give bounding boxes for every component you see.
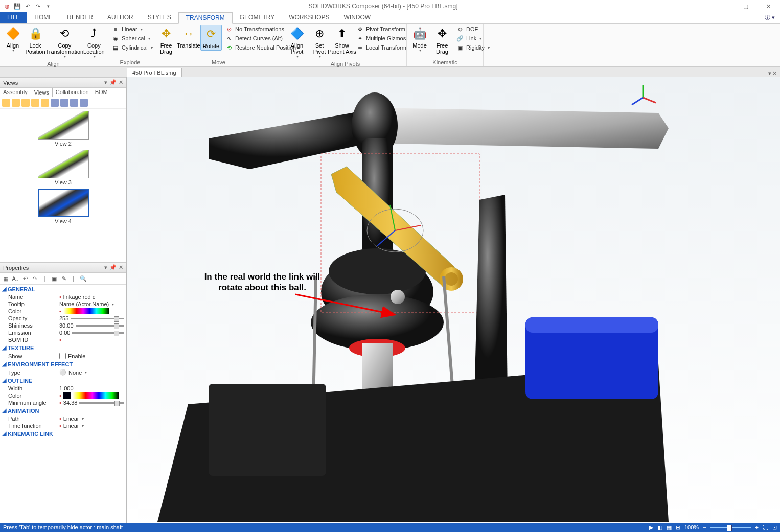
views-tool-icon[interactable] <box>31 99 39 107</box>
tab-styles[interactable]: STYLES <box>141 12 178 23</box>
status-icon[interactable]: ⛶ <box>763 524 768 530</box>
save-icon[interactable]: 💾 <box>13 2 21 10</box>
local-transform-button[interactable]: ⬌Local Transform <box>354 43 408 52</box>
panel-pin-icon[interactable]: 📌 <box>109 79 117 86</box>
rotate-button[interactable]: ⟳Rotate <box>200 25 222 51</box>
prop-tool-icon[interactable]: A↓ <box>11 274 19 283</box>
views-tool-icon[interactable] <box>51 99 59 107</box>
document-tab[interactable]: 450 Pro FBL.smg <box>127 68 182 77</box>
tab-home[interactable]: HOME <box>27 12 60 23</box>
prop-emission-field[interactable]: 0.00 <box>59 330 124 336</box>
tab-window[interactable]: WINDOW <box>337 12 378 23</box>
section-outline[interactable]: ◢ OUTLINE <box>0 376 126 385</box>
tab-geometry[interactable]: GEOMETRY <box>233 12 282 23</box>
explode-cylindrical-button[interactable]: ⬓Cylindrical <box>109 43 155 52</box>
set-pivot-button[interactable]: ⊕Set Pivot <box>309 25 330 60</box>
prop-tool-icon[interactable]: ▣ <box>50 274 58 283</box>
prop-shininess-field[interactable]: 30.00 <box>59 322 124 329</box>
kin-free-drag-button[interactable]: ✥Free Drag <box>431 25 453 56</box>
zoom-in-button[interactable]: + <box>755 524 759 530</box>
section-texture[interactable]: ◢ TEXTURE <box>0 343 126 352</box>
panel-close-icon[interactable]: ✕ <box>119 79 123 86</box>
lock-position-button[interactable]: 🔒Lock Position <box>25 25 46 56</box>
prop-name-field[interactable]: •linkage rod c <box>59 294 124 300</box>
views-tool-icon[interactable] <box>41 99 49 107</box>
views-tool-icon[interactable] <box>60 99 68 107</box>
pivot-transform-button[interactable]: ✥Pivot Transform <box>354 25 408 34</box>
align-pivot-button[interactable]: 🔷Align Pivot <box>286 25 308 60</box>
qat-dropdown-icon[interactable]: ▾ <box>44 2 52 10</box>
viewport-3d[interactable]: In the real world the link will rotate a… <box>127 77 780 523</box>
views-tab-collaboration[interactable]: Collaboration <box>53 88 92 97</box>
zoom-slider[interactable] <box>710 527 751 528</box>
panel-pin-icon[interactable]: 📌 <box>109 264 117 271</box>
close-button[interactable]: ✕ <box>757 0 780 12</box>
status-icon[interactable]: ◧ <box>657 524 662 531</box>
ribbon-help-icon[interactable]: ⓘ ▾ <box>760 12 780 23</box>
prop-show-field[interactable]: Enable <box>59 353 124 359</box>
prop-path-field[interactable]: •Linear <box>59 415 124 422</box>
tab-close-icon[interactable]: ✕ <box>772 70 777 77</box>
mode-button[interactable]: 🤖Mode <box>409 25 430 54</box>
tab-render[interactable]: RENDER <box>60 12 100 23</box>
align-button[interactable]: 🔶Align <box>2 25 24 54</box>
multiple-gizmos-button[interactable]: ✦Multiple Gizmos <box>354 34 408 43</box>
panel-close-icon[interactable]: ✕ <box>119 264 123 271</box>
prop-width-field[interactable]: 1.000 <box>59 385 124 391</box>
status-icon[interactable]: ▦ <box>667 524 672 531</box>
prop-tool-icon[interactable]: ↶ <box>21 274 29 283</box>
rigidity-button[interactable]: ▣Rigidity <box>454 43 492 52</box>
views-tool-icon[interactable] <box>2 99 10 107</box>
section-kinematic-link[interactable]: ◢ KINEMATIC LINK <box>0 429 126 438</box>
views-tool-icon[interactable] <box>21 99 30 107</box>
prop-ocolor-field[interactable]: • <box>59 392 124 399</box>
view-item[interactable]: View 2 <box>2 111 124 147</box>
minimize-button[interactable]: — <box>711 0 734 12</box>
panel-options-icon[interactable]: ▾ <box>104 264 107 271</box>
status-icon[interactable]: ⊞ <box>676 524 680 531</box>
view-item[interactable]: View 3 <box>2 150 124 186</box>
copy-location-button[interactable]: ⤴Copy Location <box>83 25 105 60</box>
tab-workshops[interactable]: WORKSHOPS <box>282 12 336 23</box>
views-tab-bom[interactable]: BOM <box>92 88 111 97</box>
view-item[interactable]: View 4 <box>2 189 124 224</box>
free-drag-button[interactable]: ✥Free Drag <box>155 25 177 56</box>
tab-transform[interactable]: TRANSFORM <box>178 12 233 24</box>
undo-icon[interactable]: ↶ <box>24 2 32 10</box>
prop-tool-icon[interactable]: ↷ <box>31 274 39 283</box>
maximize-button[interactable]: ▢ <box>734 0 757 12</box>
prop-tool-icon[interactable]: ▦ <box>2 274 10 283</box>
explode-linear-button[interactable]: ≡Linear <box>109 25 155 34</box>
section-animation[interactable]: ◢ ANIMATION <box>0 406 126 415</box>
tab-file[interactable]: FILE <box>0 12 27 23</box>
explode-spherical-button[interactable]: ◉Spherical <box>109 34 155 43</box>
prop-minang-field[interactable]: •34.38 <box>59 400 124 406</box>
dof-button[interactable]: ⊚DOF <box>454 25 492 34</box>
views-tool-icon[interactable] <box>70 99 78 107</box>
prop-opacity-field[interactable]: 255 <box>59 315 124 321</box>
tab-dropdown-icon[interactable]: ▾ <box>768 70 771 77</box>
zoom-out-button[interactable]: − <box>703 524 706 530</box>
link-button[interactable]: 🔗Link <box>454 34 492 43</box>
views-tool-icon[interactable] <box>80 99 88 107</box>
copy-transformation-button[interactable]: ⟲Copy Transformation <box>47 25 82 60</box>
views-tab-assembly[interactable]: Assembly <box>0 88 31 97</box>
prop-bomid-field[interactable]: • <box>59 337 124 343</box>
prop-tool-icon[interactable]: ✎ <box>60 274 68 283</box>
prop-timefn-field[interactable]: •Linear <box>59 423 124 429</box>
section-environment[interactable]: ◢ ENVIRONMENT EFFECT <box>0 360 126 368</box>
redo-icon[interactable]: ↷ <box>34 2 42 10</box>
prop-tooltip-field[interactable]: Name (Actor.Name) <box>59 301 124 307</box>
section-general[interactable]: ◢ GENERAL <box>0 285 126 293</box>
panel-options-icon[interactable]: ▾ <box>104 79 107 86</box>
prop-color-field[interactable]: • <box>59 308 124 314</box>
tab-author[interactable]: AUTHOR <box>100 12 141 23</box>
show-parent-axis-button[interactable]: ⬆Show Parent Axis <box>331 25 353 56</box>
translate-button[interactable]: ↔Translate <box>178 25 199 50</box>
prop-type-field[interactable]: ⚪ None <box>59 369 124 376</box>
status-icon[interactable]: ⊡ <box>772 524 777 531</box>
views-tab-views[interactable]: Views <box>31 88 53 97</box>
prop-tool-icon[interactable]: 🔍 <box>79 274 87 283</box>
views-tool-icon[interactable] <box>12 99 20 107</box>
status-icon[interactable]: ▶ <box>649 524 653 531</box>
